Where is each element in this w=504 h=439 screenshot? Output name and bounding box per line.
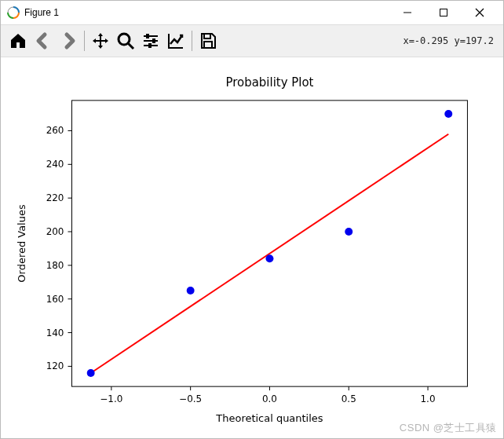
back-button[interactable] — [31, 28, 56, 53]
close-button[interactable] — [462, 2, 497, 24]
toolbar-separator — [192, 31, 192, 51]
xtick-label: −1.0 — [100, 393, 122, 404]
ytick-label: 200 — [46, 226, 64, 237]
fit-line — [91, 134, 449, 373]
svg-rect-2 — [440, 9, 447, 16]
home-button[interactable] — [5, 28, 31, 53]
x-axis-label: Theoretical quantiles — [215, 412, 323, 424]
cursor-coordinates: x=-0.295 y=197.2 — [403, 35, 499, 46]
svg-rect-8 — [146, 34, 149, 38]
ytick-label: 180 — [46, 260, 64, 271]
axes-frame — [71, 101, 467, 386]
window-title: Figure 1 — [24, 7, 59, 18]
svg-rect-14 — [204, 42, 212, 48]
data-point — [265, 254, 273, 262]
ytick-label: 120 — [46, 360, 64, 371]
data-point — [444, 110, 452, 118]
pan-button[interactable] — [88, 28, 113, 53]
y-axis-label: Ordered Values — [16, 204, 27, 283]
configure-button[interactable] — [138, 28, 163, 53]
axes-button[interactable] — [163, 28, 188, 53]
ytick-label: 240 — [46, 159, 64, 170]
titlebar: Figure 1 — [1, 1, 503, 24]
watermark: CSDN @芝士工具猿 — [400, 421, 497, 435]
svg-rect-10 — [152, 38, 155, 43]
xtick-label: 1.0 — [421, 393, 436, 404]
svg-point-5 — [119, 34, 130, 45]
window-controls — [390, 2, 497, 24]
chart-title: Probability Plot — [225, 75, 313, 90]
ytick-label: 260 — [46, 125, 64, 136]
data-point — [345, 228, 352, 236]
toolbar-separator — [84, 31, 85, 51]
forward-button[interactable] — [56, 28, 81, 53]
ytick-label: 220 — [46, 192, 64, 203]
toolbar: x=-0.295 y=197.2 — [1, 24, 503, 57]
svg-rect-12 — [148, 43, 152, 48]
maximize-button[interactable] — [426, 2, 461, 24]
ytick-label: 160 — [46, 294, 64, 305]
data-point — [187, 287, 195, 294]
plot-area[interactable]: −1.0−0.50.00.51.012014016018020022024026… — [1, 57, 503, 438]
svg-line-6 — [128, 43, 133, 49]
data-point — [87, 369, 95, 377]
ytick-label: 140 — [46, 327, 64, 338]
app-icon — [7, 6, 20, 19]
xtick-label: −0.5 — [179, 393, 202, 404]
xtick-label: 0.5 — [341, 393, 356, 404]
figure-window: Figure 1 — [0, 0, 504, 439]
svg-rect-13 — [204, 34, 210, 38]
xtick-label: 0.0 — [262, 393, 277, 404]
save-button[interactable] — [195, 28, 221, 53]
zoom-button[interactable] — [113, 28, 138, 53]
titlebar-left: Figure 1 — [7, 6, 59, 19]
minimize-button[interactable] — [390, 2, 425, 24]
